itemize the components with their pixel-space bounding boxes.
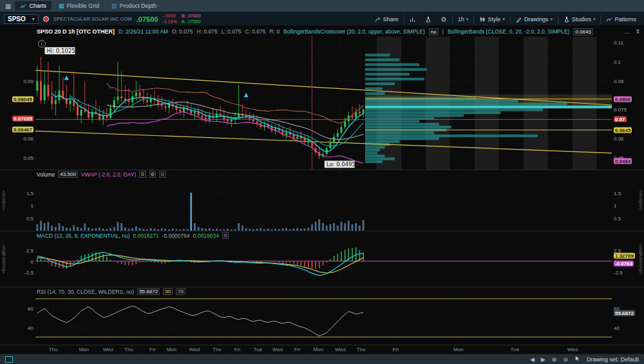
settings-gear-button[interactable] <box>437 15 451 24</box>
panel-toggle-icon[interactable] <box>5 356 13 363</box>
study-bbcrossover-label[interactable]: BollingerBandsCrossover (20, 2.0, upper,… <box>283 28 425 35</box>
style-button[interactable]: Style ▾ <box>475 15 509 24</box>
tab-flexible-grid[interactable]: ▦ Flexible Grid <box>53 1 104 10</box>
axis-tick: 0.06 <box>614 136 624 142</box>
time-axis-label: Fri <box>234 347 240 352</box>
timeframe-label: 1h <box>458 16 464 23</box>
price-badge: 0.07035 <box>12 116 33 122</box>
chart-header: SPSO 20 D 1h [OTC OTHER] D: 2/25/21 11:0… <box>0 26 644 37</box>
studies-button[interactable]: Studies ▾ <box>560 15 600 24</box>
open-value: O: 0.075 <box>172 28 193 35</box>
product-depth-icon: ▥ <box>111 3 117 9</box>
pencil-icon <box>516 16 522 23</box>
axis-tick: 0.5 <box>614 216 621 222</box>
low-value: L: 0.075 <box>222 28 242 35</box>
rsi-pane: RSI (14, 70, 30, CLOSE, WILDERS, no) 55.… <box>0 287 644 345</box>
share-button[interactable]: Share <box>371 15 402 24</box>
workspace-tabbar: ▦ Charts ▦ Flexible Grid ▥ Product Depth <box>0 0 644 12</box>
time-axis-label: Mon <box>314 347 324 352</box>
vwap-label[interactable]: VWAP (-2.0, 2.0, DAY) <box>81 171 136 178</box>
time-axis-label: Mon <box>79 347 89 352</box>
study-bbcrossover-value: no <box>429 28 439 35</box>
price-badge: 0.08045 <box>12 97 33 102</box>
study-bollingerbands-label[interactable]: BollingerBands (CLOSE, 0, 20, -2.0, 2.0,… <box>448 28 569 35</box>
time-axis-label: Tue <box>511 347 520 352</box>
bar-chart-icon <box>410 16 416 23</box>
price-chart-canvas[interactable]: Hi: 0.1025Lo: 0.0495i <box>35 37 612 169</box>
price-badge: 0.07 <box>614 117 627 122</box>
quick-chart-button[interactable] <box>406 15 420 24</box>
symbol-input[interactable]: SPSO ▾ <box>4 14 39 24</box>
last-price: .07500 <box>137 15 158 23</box>
axis-tick: 1.5 <box>614 190 621 196</box>
drawing-set-label[interactable]: Drawing set: Default <box>587 356 639 363</box>
macd-diff-value: 0.0019034 <box>193 233 219 239</box>
volume-chart-canvas[interactable] <box>35 170 612 231</box>
style-label: Style <box>488 16 500 23</box>
axis-tick: 0.05 <box>23 155 33 161</box>
data-status-icon[interactable] <box>43 16 49 22</box>
workspace-grid-icon[interactable]: ▦ <box>3 3 13 10</box>
time-axis-label: Wed <box>335 347 345 352</box>
zoom-in-icon[interactable]: ⊕ <box>552 356 557 363</box>
millions-side-label: <millions> <box>638 190 643 211</box>
tab-product-depth-label: Product Depth <box>120 3 157 9</box>
svg-text:Hi: 0.1025: Hi: 0.1025 <box>47 48 75 54</box>
svg-text:i: i <box>41 41 42 47</box>
volume-value: 43,500 <box>58 171 77 178</box>
time-axis-label: Thu <box>49 347 58 352</box>
axis-tick: 40 <box>28 325 33 331</box>
chart-header-tools: … ⇕ <box>624 28 640 35</box>
zoom-out-icon[interactable]: ⊖ <box>563 356 568 363</box>
study-bollingerbands-value: 0.0645 <box>573 28 592 35</box>
cursor-tool-icon[interactable] <box>574 356 580 363</box>
flexible-grid-icon: ▦ <box>59 3 64 9</box>
pan-left-icon[interactable]: ◀ <box>530 356 535 363</box>
price-badge: 0.06467 <box>12 127 33 133</box>
time-axis-label: Thu <box>213 347 222 352</box>
drawings-button[interactable]: Drawings ▾ <box>512 15 556 24</box>
time-axis-label: Fri <box>149 347 155 352</box>
more-icon[interactable]: … <box>624 28 630 35</box>
time-axis-label: Mon <box>453 347 464 352</box>
pan-right-icon[interactable]: ▶ <box>541 356 545 363</box>
tab-charts[interactable]: Charts <box>15 1 52 10</box>
macd-label[interactable]: MACD (12, 26, 9, EXPONENTIAL, no) <box>37 233 130 239</box>
patterns-button[interactable]: Patterns <box>602 15 640 24</box>
studies-label: Studies <box>572 16 591 23</box>
drawings-label: Drawings <box>524 16 549 23</box>
symbol-text: SPSO <box>8 15 26 23</box>
tab-charts-label: Charts <box>29 3 46 9</box>
vwap-value-2: 0 <box>149 171 156 178</box>
macd-axis-right: <thousandths> 2.50-2.51.32709-0.0763 <box>612 231 644 287</box>
tab-product-depth[interactable]: ▥ Product Depth <box>106 1 162 10</box>
timeframe-button[interactable]: 1h ▾ <box>454 15 473 24</box>
share-label: Share <box>383 16 399 23</box>
chart-toolbar-buttons: Share 1h ▾ Style ▾ <box>371 15 640 24</box>
vwap-value-1: 0 <box>139 171 146 178</box>
macd-chart-canvas[interactable] <box>35 231 612 287</box>
macd-pane: MACD (12, 26, 9, EXPONENTIAL, no) 0.0018… <box>0 231 644 287</box>
thousandths-side-label: <thousandths> <box>638 244 643 274</box>
price-axis-right: 0.110.10.090.08060.0750.070.06450.060.05… <box>612 37 644 169</box>
chevron-down-icon: ▾ <box>550 17 553 22</box>
analyze-button[interactable] <box>421 15 435 24</box>
macd-axis-left: <thousandths> 2.50-2.5 <box>0 231 35 287</box>
volume-pane: Volume 43,500 VWAP (-2.0, 2.0, DAY) 0 0 … <box>0 169 644 231</box>
expand-vertical-icon[interactable]: ⇕ <box>635 28 640 35</box>
volume-axis-left: <millions> 1.510.5 <box>0 170 35 231</box>
price-badge: 0.0645 <box>614 127 632 133</box>
change-stack: -.0009 -1.19% <box>162 14 176 24</box>
axis-tick: 1.5 <box>26 190 33 196</box>
close-value: C: 0.075 <box>245 28 265 35</box>
volume-label[interactable]: Volume <box>37 171 55 178</box>
time-axis-label: Tue <box>254 347 263 352</box>
flask-icon <box>425 16 431 23</box>
rsi-label[interactable]: RSI (14, 70, 30, CLOSE, WILDERS, no) <box>37 289 134 295</box>
volume-header: Volume 43,500 VWAP (-2.0, 2.0, DAY) 0 0 … <box>37 171 166 178</box>
price-badge: -0.0763 <box>614 261 634 267</box>
rsi-chart-canvas[interactable] <box>35 287 612 345</box>
separator: | <box>442 28 444 35</box>
price-badge: 55.6872 <box>614 310 635 316</box>
bid-ask-stack: B: .07000 A: .07500 <box>182 14 201 24</box>
